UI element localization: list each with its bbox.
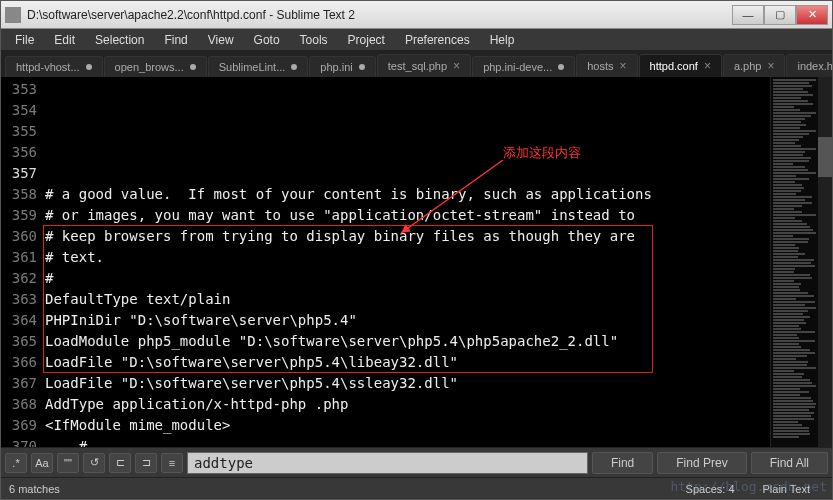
status-spaces[interactable]: Spaces: 4 [672, 483, 749, 495]
dirty-indicator-icon [86, 64, 92, 70]
dirty-indicator-icon [359, 64, 365, 70]
gutter: 3533543553563573583593603613623633643653… [1, 77, 45, 447]
find-option-0[interactable]: .* [5, 453, 27, 473]
tab-httpdconf[interactable]: httpd.conf× [639, 54, 722, 77]
dirty-indicator-icon [190, 64, 196, 70]
status-matches: 6 matches [9, 483, 672, 495]
code-line: AddType application/x-httpd-php .php [45, 394, 770, 415]
find-option-6[interactable]: ≡ [161, 453, 183, 473]
code-line: LoadFile "D:\software\server\php5.4\libe… [45, 352, 770, 373]
find-option-4[interactable]: ⊏ [109, 453, 131, 473]
find-option-3[interactable]: ↺ [83, 453, 105, 473]
code-line: # a good value. If most of your content … [45, 184, 770, 205]
tab-label: SublimeLint... [219, 61, 286, 73]
tab-label: a.php [734, 60, 762, 72]
code-line: # keep browsers from trying to display b… [45, 226, 770, 247]
code-line: DefaultType text/plain [45, 289, 770, 310]
vertical-scrollbar[interactable] [818, 77, 832, 447]
lineno: 353 [1, 79, 37, 100]
scroll-thumb[interactable] [818, 137, 832, 177]
maximize-button[interactable]: ▢ [764, 5, 796, 25]
tab-phpinideve[interactable]: php.ini-deve... [472, 56, 575, 77]
menu-help[interactable]: Help [480, 31, 525, 49]
lineno: 365 [1, 331, 37, 352]
code-line: # [45, 436, 770, 447]
lineno: 370 [1, 436, 37, 447]
find-option-5[interactable]: ⊐ [135, 453, 157, 473]
tab-label: index.html [797, 60, 832, 72]
code-line: # text. [45, 247, 770, 268]
menu-preferences[interactable]: Preferences [395, 31, 480, 49]
tab-aphp[interactable]: a.php× [723, 54, 786, 77]
tab-label: open_brows... [115, 61, 184, 73]
minimize-button[interactable]: — [732, 5, 764, 25]
lineno: 361 [1, 247, 37, 268]
statusbar: 6 matches Spaces: 4 Plain Text [1, 477, 832, 499]
tab-close-icon[interactable]: × [620, 59, 627, 73]
menu-edit[interactable]: Edit [44, 31, 85, 49]
code-line: LoadFile "D:\software\server\php5.4\ssle… [45, 373, 770, 394]
code-line: <IfModule mime_module> [45, 415, 770, 436]
lineno: 364 [1, 310, 37, 331]
lineno: 356 [1, 142, 37, 163]
lineno: 359 [1, 205, 37, 226]
tabbar: httpd-vhost...open_brows...SublimeLint..… [1, 51, 832, 77]
find-option-2[interactable]: "" [57, 453, 79, 473]
editor-area: 3533543553563573583593603613623633643653… [1, 77, 832, 447]
lineno: 367 [1, 373, 37, 394]
titlebar: D:\software\server\apache2.2\conf\httpd.… [1, 1, 832, 29]
dirty-indicator-icon [558, 64, 564, 70]
tab-label: httpd-vhost... [16, 61, 80, 73]
code-line: LoadModule php5_module "D:\software\serv… [45, 331, 770, 352]
dirty-indicator-icon [291, 64, 297, 70]
lineno: 363 [1, 289, 37, 310]
status-syntax[interactable]: Plain Text [749, 483, 825, 495]
menu-find[interactable]: Find [154, 31, 197, 49]
lineno: 355 [1, 121, 37, 142]
find-prev-button[interactable]: Find Prev [657, 452, 746, 474]
tab-label: php.ini-deve... [483, 61, 552, 73]
tab-label: httpd.conf [650, 60, 698, 72]
lineno: 358 [1, 184, 37, 205]
menu-tools[interactable]: Tools [290, 31, 338, 49]
tab-sublimelint[interactable]: SublimeLint... [208, 56, 309, 77]
window-title: D:\software\server\apache2.2\conf\httpd.… [27, 8, 732, 22]
lineno: 354 [1, 100, 37, 121]
find-all-button[interactable]: Find All [751, 452, 828, 474]
tab-hosts[interactable]: hosts× [576, 54, 637, 77]
lineno: 368 [1, 394, 37, 415]
lineno: 369 [1, 415, 37, 436]
lineno: 360 [1, 226, 37, 247]
tab-close-icon[interactable]: × [453, 59, 460, 73]
lineno: 366 [1, 352, 37, 373]
menubar: FileEditSelectionFindViewGotoToolsProjec… [1, 29, 832, 51]
tab-httpdvhost[interactable]: httpd-vhost... [5, 56, 103, 77]
tab-label: hosts [587, 60, 613, 72]
tab-close-icon[interactable]: × [767, 59, 774, 73]
find-option-1[interactable]: Aa [31, 453, 53, 473]
tab-label: php.ini [320, 61, 352, 73]
menu-project[interactable]: Project [338, 31, 395, 49]
tab-phpini[interactable]: php.ini [309, 56, 375, 77]
annotation-text: 添加这段内容 [503, 142, 581, 163]
find-input[interactable] [187, 452, 588, 474]
lineno: 362 [1, 268, 37, 289]
minimap[interactable] [770, 77, 818, 447]
code[interactable]: 添加这段内容 # a good value. If most of your c… [45, 77, 770, 447]
tab-close-icon[interactable]: × [704, 59, 711, 73]
close-button[interactable]: ✕ [796, 5, 828, 25]
menu-selection[interactable]: Selection [85, 31, 154, 49]
tab-test_sqlphp[interactable]: test_sql.php× [377, 54, 471, 77]
code-line: PHPIniDir "D:\software\server\php5.4" [45, 310, 770, 331]
code-line: # [45, 268, 770, 289]
code-line: # or images, you may want to use "applic… [45, 205, 770, 226]
menu-file[interactable]: File [5, 31, 44, 49]
lineno: 357 [1, 163, 37, 184]
find-button[interactable]: Find [592, 452, 653, 474]
tab-label: test_sql.php [388, 60, 447, 72]
tab-indexhtml[interactable]: index.html× [786, 54, 832, 77]
tab-open_brows[interactable]: open_brows... [104, 56, 207, 77]
menu-goto[interactable]: Goto [244, 31, 290, 49]
app-icon [5, 7, 21, 23]
menu-view[interactable]: View [198, 31, 244, 49]
